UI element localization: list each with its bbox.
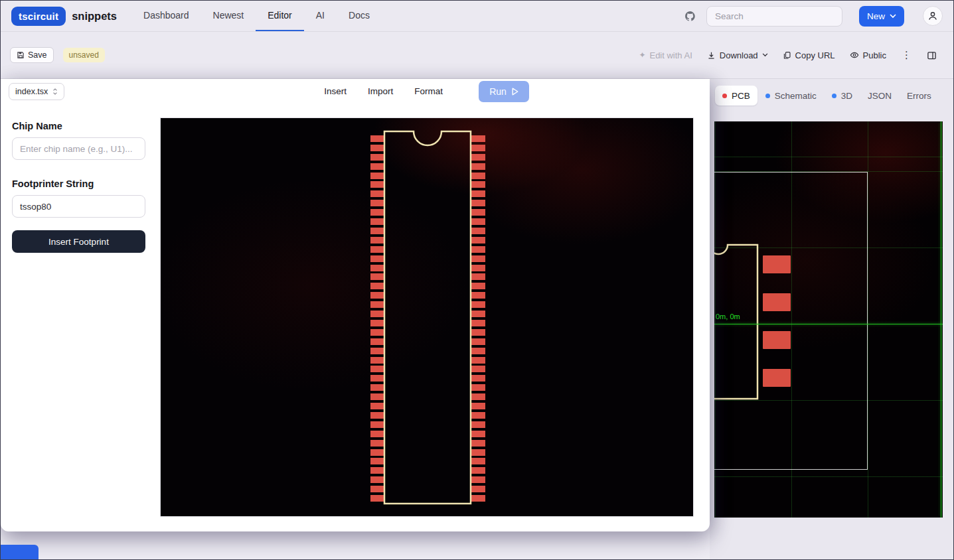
download-icon — [707, 51, 716, 60]
pcb-pad — [763, 369, 791, 387]
tab-3d[interactable]: 3D — [825, 86, 860, 105]
preview-tabs: PCB Schematic 3D JSON Errors — [710, 84, 953, 107]
save-button[interactable]: Save — [10, 47, 54, 63]
nav-docs[interactable]: Docs — [337, 1, 382, 31]
insert-footprint-dialog: index.tsx Insert Import Format Run Chip … — [1, 79, 710, 531]
content-area: PCB Schematic 3D JSON Errors — [1, 79, 953, 560]
tab-errors[interactable]: Errors — [900, 86, 939, 105]
tab-json-label: JSON — [868, 91, 892, 101]
edit-with-ai-button[interactable]: ✦ Edit with AI — [631, 50, 699, 60]
tab-pcb-label: PCB — [732, 91, 750, 101]
chip-name-label: Chip Name — [12, 121, 145, 131]
search-input[interactable] — [707, 11, 842, 21]
savebar-actions: ✦ Edit with AI Download Copy URL Public … — [631, 49, 944, 61]
3d-status-dot — [832, 94, 836, 98]
public-label: Public — [863, 50, 886, 60]
chevron-down-icon — [762, 53, 768, 57]
pcb-pad — [763, 255, 791, 273]
nav-newest[interactable]: Newest — [201, 1, 256, 31]
brand-title: snippets — [72, 10, 117, 23]
search-box — [706, 6, 842, 27]
copy-url-icon — [783, 51, 791, 60]
tab-pcb[interactable]: PCB — [715, 86, 757, 105]
user-icon — [927, 11, 938, 21]
kebab-menu-button[interactable]: ⋮ — [894, 49, 919, 61]
pcb-status-dot — [722, 94, 727, 98]
panel-layout-icon — [927, 50, 937, 60]
unsaved-badge: unsaved — [63, 48, 105, 62]
schematic-status-dot — [765, 94, 770, 98]
footprint-silkscreen-outline — [161, 118, 693, 516]
footprinter-string-input[interactable] — [12, 195, 145, 218]
panel-layout-button[interactable] — [919, 50, 944, 60]
insert-menu-button[interactable]: Insert — [313, 86, 357, 96]
nav-editor[interactable]: Editor — [256, 1, 304, 31]
save-button-label: Save — [28, 50, 47, 60]
tab-3d-label: 3D — [841, 91, 852, 101]
file-select-value: index.tsx — [15, 87, 48, 96]
origin-axis-vertical — [941, 121, 941, 518]
eye-icon — [850, 50, 859, 60]
run-button-label: Run — [489, 86, 507, 97]
import-button[interactable]: Import — [357, 86, 404, 96]
copy-url-button[interactable]: Copy URL — [775, 50, 842, 60]
file-select[interactable]: index.tsx — [9, 83, 64, 100]
download-button[interactable]: Download — [700, 50, 775, 60]
new-button[interactable]: New — [859, 6, 904, 27]
download-label: Download — [720, 50, 758, 60]
updown-chevrons-icon — [52, 88, 58, 96]
main-nav: Dashboard Newest Editor AI Docs — [131, 1, 382, 31]
tab-json[interactable]: JSON — [860, 86, 899, 105]
edit-with-ai-label: Edit with AI — [649, 50, 692, 60]
origin-coordinates-label: 0m, 0m — [716, 313, 740, 320]
sparkles-icon: ✦ — [639, 50, 645, 60]
nav-dashboard[interactable]: Dashboard — [131, 1, 201, 31]
chip-silkscreen-outline — [714, 121, 943, 518]
new-button-label: New — [867, 11, 885, 21]
github-icon[interactable] — [684, 11, 696, 22]
footer-logo-badge[interactable] — [1, 545, 39, 559]
footprint-preview-canvas[interactable] — [161, 118, 693, 516]
tscircuit-logo[interactable]: tscircuit — [11, 7, 66, 26]
tab-schematic-label: Schematic — [775, 91, 817, 101]
footprinter-string-label: Footprinter String — [12, 178, 145, 189]
user-avatar[interactable] — [923, 6, 943, 26]
run-button[interactable]: Run — [479, 81, 529, 102]
dialog-body: Chip Name Footprinter String Insert Foot… — [1, 104, 710, 531]
nav-ai[interactable]: AI — [304, 1, 337, 31]
chevron-down-icon — [890, 14, 896, 19]
origin-axis-horizontal — [714, 324, 943, 324]
editor-toolbar: index.tsx Insert Import Format Run — [1, 79, 710, 104]
pcb-canvas[interactable]: 0m, 0m — [714, 121, 943, 518]
save-icon — [17, 51, 25, 59]
format-button[interactable]: Format — [404, 86, 453, 96]
tab-schematic[interactable]: Schematic — [758, 86, 824, 105]
top-navbar: tscircuit snippets Dashboard Newest Edit… — [1, 1, 953, 32]
save-toolbar: Save unsaved ✦ Edit with AI Download Cop… — [1, 32, 953, 79]
footprint-form: Chip Name Footprinter String Insert Foot… — [1, 104, 161, 531]
play-icon — [512, 88, 518, 96]
pcb-pad — [763, 331, 791, 349]
chip-name-input[interactable] — [12, 137, 145, 160]
insert-footprint-button[interactable]: Insert Footprint — [12, 230, 145, 253]
app-window: tscircuit snippets Dashboard Newest Edit… — [0, 0, 954, 560]
tab-errors-label: Errors — [907, 91, 931, 101]
copy-url-label: Copy URL — [795, 50, 835, 60]
preview-pane: PCB Schematic 3D JSON Errors — [710, 79, 953, 560]
pcb-pad — [763, 293, 791, 311]
nav-spacer — [382, 1, 684, 31]
public-button[interactable]: Public — [842, 50, 894, 60]
